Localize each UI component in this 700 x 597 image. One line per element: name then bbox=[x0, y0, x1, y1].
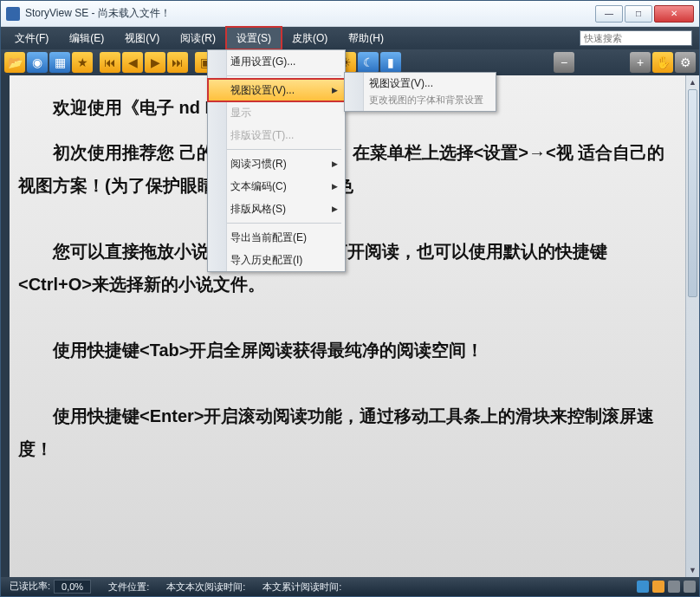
total-label: 本文累计阅读时间: bbox=[262, 581, 341, 594]
status-icon-a[interactable] bbox=[637, 581, 649, 593]
dd-view-settings[interactable]: 视图设置(V)...▶ bbox=[208, 79, 345, 101]
minimize-button[interactable]: — bbox=[595, 5, 623, 23]
menu-read[interactable]: 阅读(R) bbox=[170, 27, 226, 49]
search-wrap bbox=[576, 27, 696, 49]
dd-display: 显示 bbox=[208, 101, 345, 124]
status-icon-d[interactable] bbox=[684, 581, 696, 593]
ratio-value: 0,0% bbox=[54, 580, 91, 594]
zoom-out-icon[interactable]: − bbox=[554, 52, 574, 73]
hand-icon[interactable]: ✋ bbox=[652, 52, 673, 73]
nav-last-icon[interactable]: ⏭ bbox=[167, 52, 188, 73]
dd-general-settings[interactable]: 通用设置(G)... bbox=[208, 50, 345, 73]
dd-export-config[interactable]: 导出当前配置(E) bbox=[208, 226, 345, 249]
menu-view[interactable]: 视图(V) bbox=[114, 27, 170, 49]
app-icon bbox=[6, 7, 20, 21]
menu-skin[interactable]: 皮肤(O) bbox=[282, 27, 338, 49]
status-icon-b[interactable] bbox=[652, 581, 664, 593]
reading-page: 欢迎使用《电子 nd Edition》 初次使用推荐您 己的背景和文本颜色。在菜… bbox=[10, 75, 685, 577]
chevron-right-icon: ▶ bbox=[332, 159, 338, 168]
scroll-down-icon[interactable]: ▼ bbox=[686, 563, 699, 577]
instruction-4: 使用快捷键<Enter>开启滚动阅读功能，通过移动工具条上的滑块来控制滚屏速度！ bbox=[18, 399, 677, 465]
dropdown-separator bbox=[211, 149, 341, 150]
instruction-2: 您可以直接拖放小说文件到主窗口来打开阅读，也可以使用默认的快捷键<Ctrl+O>… bbox=[18, 235, 677, 301]
chevron-right-icon: ▶ bbox=[332, 86, 338, 94]
session-time: 本文本次阅读时间: bbox=[161, 581, 250, 594]
left-gutter bbox=[1, 75, 10, 577]
instruction-3: 使用快捷键<Tab>开启全屏阅读获得最纯净的阅读空间！ bbox=[18, 334, 677, 367]
dd-layout-style[interactable]: 排版风格(S)▶ bbox=[208, 198, 345, 220]
menu-settings[interactable]: 设置(S) bbox=[226, 27, 282, 49]
sm-view-settings-desc: 更改视图的字体和背景设置 bbox=[345, 94, 496, 111]
globe-icon[interactable]: ◉ bbox=[27, 52, 48, 73]
status-icon-c[interactable] bbox=[668, 581, 680, 593]
menubar: 文件(F) 编辑(E) 视图(V) 阅读(R) 设置(S) 皮肤(O) 帮助(H… bbox=[1, 27, 699, 49]
dd-text-encoding[interactable]: 文本编码(C)▶ bbox=[208, 175, 345, 198]
dd-import-config[interactable]: 导入历史配置(I) bbox=[208, 249, 345, 271]
app-window: StoryView SE - 尚未载入文件！ — □ ✕ 文件(F) 编辑(E)… bbox=[0, 0, 700, 597]
view-settings-submenu: 视图设置(V)... 更改视图的字体和背景设置 bbox=[344, 72, 496, 112]
moon-icon[interactable]: ☾ bbox=[358, 52, 379, 73]
search-input[interactable] bbox=[580, 30, 692, 46]
pos-label: 文件位置: bbox=[108, 581, 149, 594]
dd-reading-habit[interactable]: 阅读习惯(R)▶ bbox=[208, 152, 345, 175]
status-icons bbox=[637, 581, 696, 593]
statusbar: 已读比率: 0,0% 文件位置: 本文本次阅读时间: 本文累计阅读时间: bbox=[1, 577, 699, 596]
menu-help[interactable]: 帮助(H) bbox=[338, 27, 394, 49]
close-button[interactable]: ✕ bbox=[654, 5, 694, 23]
chevron-right-icon: ▶ bbox=[332, 182, 338, 191]
dropdown-separator bbox=[211, 223, 341, 224]
time-label: 本文本次阅读时间: bbox=[166, 581, 245, 594]
window-buttons: — □ ✕ bbox=[595, 5, 694, 23]
nav-prev-icon[interactable]: ◀ bbox=[122, 52, 143, 73]
menu-edit[interactable]: 编辑(E) bbox=[59, 27, 114, 49]
panel-icon[interactable]: ▮ bbox=[380, 52, 401, 73]
bookmark-icon[interactable]: ★ bbox=[72, 52, 93, 73]
nav-next-icon[interactable]: ▶ bbox=[145, 52, 165, 73]
menu-file[interactable]: 文件(F) bbox=[4, 27, 59, 49]
submenu-gutter bbox=[345, 73, 364, 111]
read-ratio: 已读比率: 0,0% bbox=[4, 580, 96, 594]
settings-dropdown: 通用设置(G)... 视图设置(V)...▶ 显示 排版设置(T)... 阅读习… bbox=[207, 49, 346, 272]
folder-icon[interactable]: ▦ bbox=[49, 52, 70, 73]
gear-icon[interactable]: ⚙ bbox=[675, 52, 696, 73]
ratio-label: 已读比率: bbox=[10, 580, 50, 594]
scroll-thumb[interactable] bbox=[688, 89, 697, 297]
vertical-scrollbar[interactable]: ▲ ▼ bbox=[685, 75, 699, 577]
sm-view-settings[interactable]: 视图设置(V)... bbox=[345, 73, 496, 94]
instruction-1: 初次使用推荐您 己的背景和文本颜色。在菜单栏上选择<设置>→<视 适合自己的视图… bbox=[18, 136, 677, 202]
maximize-button[interactable]: □ bbox=[625, 5, 652, 23]
dd-layout-settings: 排版设置(T)... bbox=[208, 124, 345, 146]
file-pos: 文件位置: bbox=[103, 581, 154, 594]
nav-first-icon[interactable]: ⏮ bbox=[100, 52, 120, 73]
zoom-in-icon[interactable]: + bbox=[630, 52, 651, 73]
chevron-right-icon: ▶ bbox=[332, 204, 338, 213]
content-area: 欢迎使用《电子 nd Edition》 初次使用推荐您 己的背景和文本颜色。在菜… bbox=[1, 75, 699, 577]
titlebar: StoryView SE - 尚未载入文件！ — □ ✕ bbox=[1, 1, 699, 27]
total-time: 本文累计阅读时间: bbox=[257, 581, 347, 594]
open-icon[interactable]: 📂 bbox=[4, 52, 25, 73]
scroll-up-icon[interactable]: ▲ bbox=[686, 75, 699, 89]
dropdown-separator bbox=[211, 75, 341, 76]
window-title: StoryView SE - 尚未载入文件！ bbox=[25, 6, 595, 21]
